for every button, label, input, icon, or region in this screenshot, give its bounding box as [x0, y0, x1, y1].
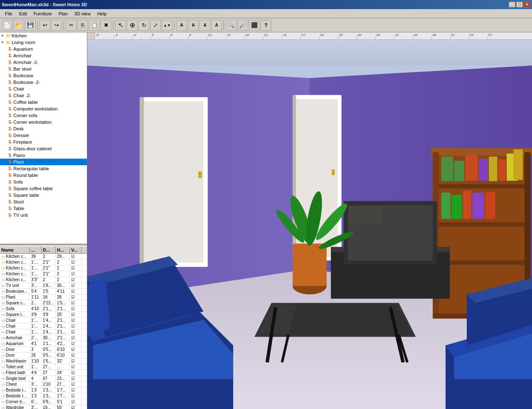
menu-help[interactable]: Help [94, 10, 110, 17]
tree-item-chair[interactable]: 🪑 Chair [0, 86, 87, 92]
toolbar-resize[interactable]: ⤢ [150, 20, 161, 31]
toolbar-new[interactable]: 📄 [2, 20, 12, 31]
tree-item-stool[interactable]: 🪑 Stool [0, 198, 87, 205]
table-row[interactable]: ▭Bedside t... 1'3 1'3... 1'7... ☑ [0, 387, 87, 393]
toolbar-help[interactable]: ? [261, 20, 271, 31]
tree-item-recttable[interactable]: 🪑 Rectangular table [0, 165, 87, 172]
table-row[interactable]: ▭Armchair 2'... 30... 2'1... ☑ [0, 335, 87, 341]
tree-item-plant[interactable]: 🪑 Plant [0, 159, 87, 165]
tree-item-bookcase2[interactable]: 🪑 Bookcase -2- [0, 79, 87, 86]
tree-item-cornersofa[interactable]: 🪑 Corner sofa [0, 112, 87, 119]
tree-item-dresser[interactable]: 🪑 Dresser [0, 132, 87, 139]
tree-item-barstool[interactable]: 🪑 Bar stool [0, 66, 87, 72]
tree-item-sofa[interactable]: 🪑 Sofa [0, 179, 87, 185]
table-row[interactable]: ▭Door 3 0'5... 6'10 ☑ [0, 347, 87, 353]
table-row[interactable]: ▭Chair 1'... 1'4... 2'1... ☑ [0, 329, 87, 335]
svg-rect-74 [489, 157, 497, 181]
table-row[interactable]: ▭Bookcase... 5'4 1'5 4'11 ☑ [0, 289, 87, 294]
tree-item-bookcase[interactable]: 🪑 Bookcase [0, 72, 87, 79]
table-row[interactable]: ▭Plant 1'11 18 28 ☑ [0, 294, 87, 300]
3d-viewport[interactable] [87, 40, 532, 409]
tree-item-cornerworkstation[interactable]: 🪑 Corner workstation [0, 119, 87, 125]
svg-text:12': 12' [208, 33, 212, 37]
table-row[interactable]: ▭Washbasin 1'10 1'6... 32' ☑ [0, 358, 87, 364]
tree-item-glassdoor[interactable]: 🪑 Glass-door cabinet [0, 145, 87, 152]
tree-item-tvunit[interactable]: 🪑 TV unit [0, 212, 87, 218]
table-row[interactable]: ▭Sofa 4'10 2'1... 2'1... ☑ [0, 306, 87, 312]
table-row[interactable]: ▭Wardrobe 3'... 19... 55' ☑ [0, 405, 87, 409]
toolbar-undo[interactable]: ↩ [39, 20, 50, 31]
toolbar-zoomin[interactable]: 🔍 [226, 20, 236, 31]
table-row[interactable]: ▭Kitchen c... 1'... 2'1" 2 ☑ [0, 271, 87, 277]
table-row[interactable]: ▭Chest 3'... 1'10 27... ☑ [0, 382, 87, 387]
row-d: 4'10 [30, 306, 42, 311]
tree-item-coffeetable[interactable]: 🪑 Coffee table [0, 99, 87, 105]
tree-item-piano[interactable]: 🪑 Piano [0, 152, 87, 159]
table-row[interactable]: ▭Kitchen c... 39 2 29... ☑ [0, 254, 87, 260]
toolbar-save[interactable]: 💾 [25, 20, 36, 31]
toolbar-text2[interactable]: A [188, 20, 199, 31]
menu-furniture[interactable]: Furniture [30, 10, 55, 17]
tree-item-livingroom[interactable]: ▼ 📁 Living room [0, 39, 87, 46]
tree-item-squaretable[interactable]: 🪑 Square table [0, 192, 87, 198]
close-button[interactable]: ✕ [524, 2, 530, 7]
tree-item-table[interactable]: 🪑 Table [0, 205, 87, 212]
table-row[interactable]: ▭Corner b... 6'... 6'9... 5'1 ☑ [0, 399, 87, 405]
tree-item-computerworkstation[interactable]: 🪑 Computer workstation [0, 105, 87, 112]
tree-label: Sofa [13, 179, 23, 184]
menu-file[interactable]: File [2, 10, 16, 17]
table-row[interactable]: ▭Kitchen c... 3'3" 2 2 ☑ [0, 277, 87, 283]
minimize-button[interactable]: _ [509, 2, 515, 7]
maximize-button[interactable]: □ [516, 2, 523, 7]
tree-item-desk[interactable]: 🪑 Desk [0, 125, 87, 132]
table-row[interactable]: ▭Door 26 0'5... 6'10 ☑ [0, 353, 87, 358]
table-row[interactable]: ▭Fitted bath 4'4 27 24' ☑ [0, 370, 87, 376]
toolbar-delete[interactable]: ✖ [101, 20, 111, 31]
tree-item-armchair[interactable]: 🪑 Armchair [0, 52, 87, 59]
table-row[interactable]: ▭Toilet unit 1'... 27... ... ☑ [0, 364, 87, 370]
tree-item-chair2[interactable]: 🪑 Chair -2- [0, 92, 87, 99]
tree-item-squarecoffee[interactable]: 🪑 Square coffee table [0, 185, 87, 192]
toolbar-zoomout[interactable]: 🔎 [237, 20, 248, 31]
3d-panel: -6' -3' -0' 3' 6' 9' 12' 15' 18' [87, 32, 532, 409]
menu-plan[interactable]: Plan [55, 10, 71, 17]
table-row[interactable]: ▭Bedside t... 1'3 1'3... 1'7... ☑ [0, 393, 87, 399]
table-row[interactable]: ▭Single bed 4 67 23... ☑ [0, 376, 87, 382]
toolbar-level[interactable]: ▲▼ [162, 20, 172, 31]
table-row[interactable]: ▭Aquarium 4'1 1'1... 4'2... ☑ [0, 341, 87, 347]
menu-edit[interactable]: Edit [16, 10, 30, 17]
tree-item-kitchen[interactable]: ▼ 📁 Kitchen [0, 32, 87, 39]
toolbar-add-furniture[interactable]: ⊕ [127, 20, 138, 31]
toolbar-rotate[interactable]: ↻ [138, 20, 149, 31]
tree-label: Kitchen [12, 33, 27, 38]
table-row[interactable]: ▭Chair 1'... 1'4... 2'1... ☑ [0, 318, 87, 323]
toolbar-redo[interactable]: ↪ [51, 20, 62, 31]
toolbar-text1[interactable]: A [176, 20, 187, 31]
toolbar-text4[interactable]: A [211, 20, 222, 31]
furniture-table[interactable]: Name ... D... H... V... ▭Kitchen c... 39… [0, 247, 87, 409]
toolbar-open[interactable]: 📂 [13, 20, 24, 31]
tree-item-armchair2[interactable]: 🪑 Armchair -2- [0, 59, 87, 66]
toolbar-cut[interactable]: ✂ [66, 20, 76, 31]
toolbar-text3[interactable]: A [200, 20, 210, 31]
tree-item-aquarium[interactable]: 🪑 Aquarium [0, 46, 87, 52]
tree-label: Chair -2- [13, 93, 31, 98]
table-row[interactable]: ▭Square t... 3'9 3'9 25' ☑ [0, 312, 87, 318]
menu-3dview[interactable]: 3D view [71, 10, 94, 17]
furniture-tree[interactable]: ▼ 📁 Kitchen ▼ 📁 Living room 🪑 Aquarium 🪑… [0, 32, 87, 244]
toolbar-view[interactable]: ⬛ [249, 20, 260, 31]
tree-item-fireplace[interactable]: 🪑 Fireplace [0, 139, 87, 145]
toolbar-sep1 [37, 20, 38, 30]
toolbar-pointer[interactable]: ↖ [115, 20, 126, 31]
table-row[interactable]: ▭Kitchen c... 1'... 2'1" 2 ☑ [0, 265, 87, 271]
table-row[interactable]: ▭Square c... 2... 2'22... 1'5... ☑ [0, 300, 87, 306]
row-name: ▭Plant [0, 294, 30, 300]
svg-text:45': 45' [414, 33, 418, 37]
toolbar-copy[interactable]: ⎘ [77, 20, 88, 31]
row-name: ▭TV unit [0, 283, 30, 288]
table-row[interactable]: ▭Kitchen c... 1'... 2'1" 2 ☑ [0, 260, 87, 265]
toolbar-paste[interactable]: 📋 [89, 20, 100, 31]
table-row[interactable]: ▭Chair 1'... 1'4... 2'1... ☑ [0, 323, 87, 329]
table-row[interactable]: ▭TV unit 3'... 1'8... 30... ☑ [0, 283, 87, 289]
tree-item-roundtable[interactable]: 🪑 Round table [0, 172, 87, 179]
